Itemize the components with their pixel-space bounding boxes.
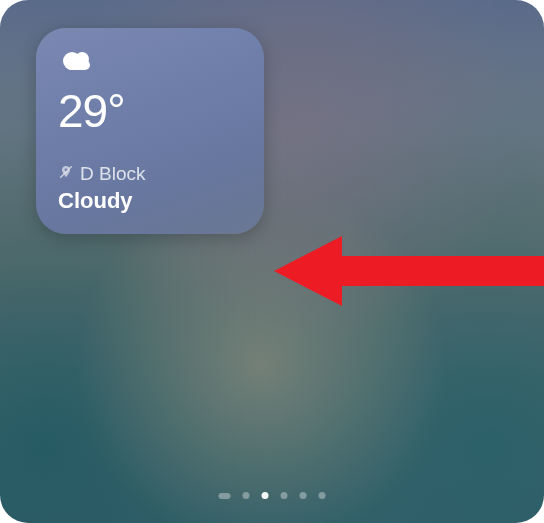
temperature-value: 29°	[58, 88, 242, 134]
svg-rect-2	[66, 60, 90, 70]
page-dot[interactable]	[243, 492, 250, 499]
page-dot[interactable]	[281, 492, 288, 499]
page-indicator[interactable]	[219, 492, 326, 499]
location-off-icon	[58, 164, 74, 184]
cloud-icon	[58, 48, 242, 78]
condition-label: Cloudy	[58, 188, 242, 214]
home-screen[interactable]: 29° D Block Cloudy	[0, 0, 544, 523]
svg-marker-5	[274, 236, 544, 306]
weather-widget[interactable]: 29° D Block Cloudy	[36, 28, 264, 234]
location-row: D Block	[58, 163, 242, 185]
page-dot[interactable]	[300, 492, 307, 499]
page-dot[interactable]	[319, 492, 326, 499]
annotation-arrow	[274, 226, 544, 316]
search-pill-icon[interactable]	[219, 493, 231, 499]
page-dot[interactable]	[262, 492, 269, 499]
location-label: D Block	[80, 163, 145, 185]
